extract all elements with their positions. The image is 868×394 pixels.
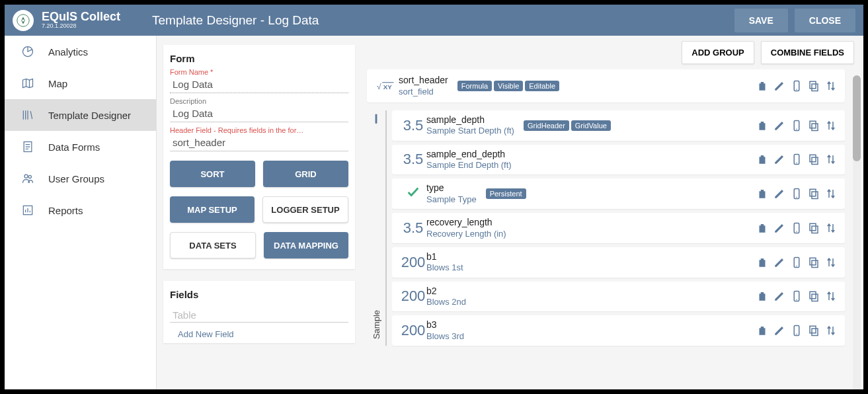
add-new-field-link[interactable]: Add New Field [170,323,348,339]
table-select[interactable]: Table [170,304,348,322]
mobile-icon[interactable] [791,153,803,165]
logger-setup-button[interactable]: LOGGER SETUP [262,196,348,223]
svg-point-39 [796,334,797,335]
reorder-icon[interactable] [825,222,837,234]
number-type-icon: 3.5 [400,219,426,237]
brand-version: 7.20.1.20028 [42,23,120,30]
field-card[interactable]: 200b3Blows 3rd [392,315,845,346]
copy-icon[interactable] [808,153,820,165]
reorder-icon[interactable] [825,80,837,92]
field-actions [756,325,837,336]
mobile-icon[interactable] [791,222,803,234]
delete-icon[interactable] [756,153,768,165]
edit-icon[interactable] [773,325,785,336]
number-type-icon: 200 [400,288,426,305]
header-field-input[interactable]: sort_header [170,134,348,151]
delete-icon[interactable] [756,256,768,268]
delete-icon[interactable] [756,120,768,132]
combine-fields-button[interactable]: COMBINE FIELDS [761,41,854,64]
svg-point-1 [22,19,24,22]
mobile-icon[interactable] [791,120,803,132]
copy-icon[interactable] [808,222,820,234]
sidebar-item-reports[interactable]: Reports [5,194,156,226]
delete-icon[interactable] [756,188,768,200]
close-button[interactable]: CLOSE [795,9,855,32]
badge: Editable [525,81,559,91]
scroll-thumb[interactable] [853,75,861,161]
sidebar-item-label: Reports [48,205,83,216]
mobile-icon[interactable] [791,256,803,268]
field-card[interactable]: 3.5recovery_lengthRecovery Length (in) [392,213,845,243]
number-type-icon: 3.5 [400,117,426,134]
users-icon [19,172,36,185]
delete-icon[interactable] [756,325,768,336]
svg-point-4 [24,175,28,178]
form-name-input[interactable]: Log Data [170,76,348,93]
number-type-icon: 200 [400,254,426,271]
save-button[interactable]: SAVE [734,9,788,32]
reorder-icon[interactable] [825,256,837,268]
sort-header-field[interactable]: √XY sort_header sort_field Formula Visib… [367,69,845,102]
sidebar: Analytics Map Template Designer Data For… [5,36,157,389]
sidebar-item-analytics[interactable]: Analytics [5,36,156,67]
edit-icon[interactable] [773,80,785,92]
mobile-icon[interactable] [791,80,803,92]
mobile-icon[interactable] [791,325,803,336]
reorder-icon[interactable] [825,120,837,132]
copy-icon[interactable] [808,325,820,336]
mobile-icon[interactable] [791,290,803,302]
svg-rect-29 [810,223,816,231]
edit-icon[interactable] [773,222,785,234]
copy-icon[interactable] [808,80,820,92]
field-actions [756,256,837,268]
sort-button[interactable]: SORT [170,161,255,187]
field-name: b1 [426,251,463,263]
header-field-label: Header Field - Requires fields in the fo… [170,126,348,134]
sidebar-item-map[interactable]: Map [5,67,156,99]
grid-button[interactable]: GRID [263,161,348,187]
formula-icon: √XY [375,79,399,93]
svg-rect-12 [812,84,818,91]
reorder-icon[interactable] [825,290,837,302]
field-card[interactable]: 3.5sample_depthSample Start Depth (ft)Gr… [392,110,845,141]
number-type-icon: 200 [400,322,426,339]
reorder-icon[interactable] [825,188,837,200]
sidebar-item-template-designer[interactable]: Template Designer [5,99,156,131]
edit-icon[interactable] [773,256,785,268]
copy-icon[interactable] [808,290,820,302]
copy-icon[interactable] [808,120,820,132]
field-card[interactable]: 200b1Blows 1st [392,247,845,278]
delete-icon[interactable] [756,222,768,234]
edit-icon[interactable] [773,120,785,132]
copy-icon[interactable] [808,188,820,200]
field-card[interactable]: 3.5sample_end_depthSample End Depth (ft) [392,145,845,175]
field-card[interactable]: 200b2Blows 2nd [392,282,845,312]
copy-icon[interactable] [808,256,820,268]
delete-icon[interactable] [756,80,768,92]
sidebar-item-label: Template Designer [48,110,131,121]
badges: GridHeaderGridValue [524,120,611,131]
reorder-icon[interactable] [825,153,837,165]
svg-text:√: √ [377,81,381,91]
sidebar-item-user-groups[interactable]: User Groups [5,163,156,194]
edit-icon[interactable] [773,153,785,165]
edit-group-icon[interactable] [371,113,381,126]
reorder-icon[interactable] [825,325,837,336]
mobile-icon[interactable] [791,188,803,200]
brand-block: EQuIS Collect 7.20.1.20028 [42,11,120,30]
scrollbar[interactable] [853,75,861,389]
delete-icon[interactable] [756,290,768,302]
map-setup-button[interactable]: MAP SETUP [170,196,255,223]
data-mapping-button[interactable]: DATA MAPPING [264,232,348,258]
field-card[interactable]: typeSample TypePersistent [392,178,845,209]
description-input[interactable]: Log Data [170,105,348,122]
add-group-button[interactable]: ADD GROUP [682,41,754,64]
field-name: sample_depth [426,114,514,126]
edit-icon[interactable] [773,290,785,302]
svg-point-19 [796,163,797,164]
map-icon [19,77,36,90]
field-actions [756,120,837,132]
data-sets-button[interactable]: DATA SETS [170,232,256,258]
sidebar-item-data-forms[interactable]: Data Forms [5,131,156,163]
edit-icon[interactable] [773,188,785,200]
